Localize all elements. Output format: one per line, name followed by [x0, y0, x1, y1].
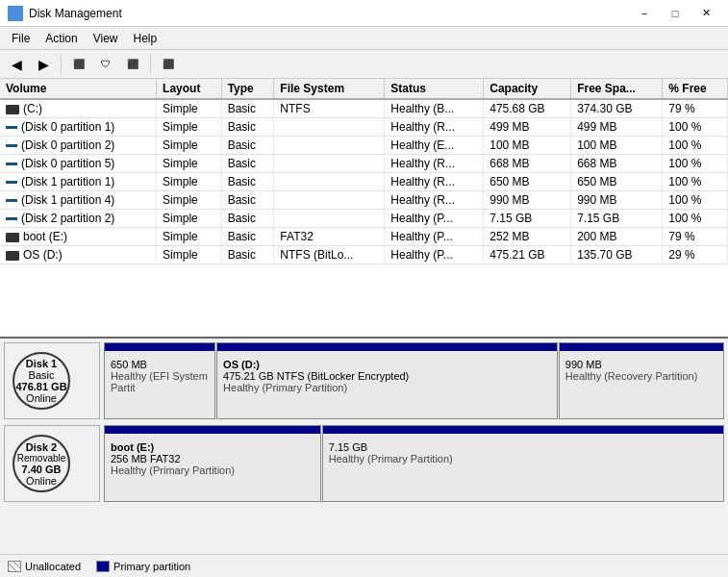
menu-view[interactable]: View — [86, 30, 126, 47]
disk1-part3-content: 990 MB Healthy (Recovery Partition) — [565, 359, 717, 382]
cell-capacity: 499 MB — [484, 118, 571, 137]
dash-icon — [6, 163, 17, 165]
disk1-size: 476.81 GB — [15, 381, 66, 392]
cell-status: Healthy (P... — [385, 246, 484, 264]
toolbar-btn-3[interactable]: ⬛ — [120, 53, 145, 76]
disk1-label: Disk 1 Basic 476.81 GB Online — [4, 342, 100, 419]
dash-icon — [6, 217, 17, 220]
cell-layout: Simple — [157, 118, 222, 137]
cell-volume: (Disk 1 partition 1) — [0, 173, 157, 191]
main-content: Volume Layout Type File System Status Ca… — [0, 79, 728, 577]
maximize-button[interactable]: □ — [661, 4, 690, 23]
toolbar-btn-1[interactable]: ⬛ — [66, 53, 91, 76]
forward-button[interactable]: ▶ — [31, 53, 56, 76]
cell-status: Healthy (R... — [385, 118, 484, 137]
cell-filesystem — [274, 191, 385, 210]
cell-layout: Simple — [157, 155, 222, 173]
disk2-status: Online — [26, 475, 57, 487]
disk2-label: Disk 2 Removable 7.40 GB Online — [4, 425, 100, 502]
dash-icon — [6, 181, 17, 184]
disk2-icon: Disk 2 Removable 7.40 GB Online — [13, 435, 70, 492]
cell-free: 668 MB — [571, 155, 663, 173]
cell-volume: (Disk 0 partition 1) — [0, 118, 157, 137]
cell-filesystem: NTFS — [274, 99, 385, 118]
disk2-part1-bar — [105, 426, 320, 434]
cell-pctfree: 79 % — [663, 228, 728, 246]
disk2-sublabel: Removable — [17, 453, 66, 464]
col-status[interactable]: Status — [385, 79, 484, 99]
dash-icon — [6, 126, 17, 129]
col-free[interactable]: Free Spa... — [571, 79, 663, 99]
disk1-part1[interactable]: 650 MB Healthy (EFI System Partit — [104, 342, 215, 419]
table-row[interactable]: OS (D:) Simple Basic NTFS (BitLo... Heal… — [0, 246, 728, 264]
col-pctfree[interactable]: % Free — [663, 79, 728, 99]
cell-capacity: 7.15 GB — [484, 210, 571, 228]
toolbar: ◀ ▶ ⬛ 🛡 ⬛ ⬛ — [0, 50, 728, 79]
menu-help[interactable]: Help — [126, 30, 165, 47]
disk1-part2-name: OS (D:) — [223, 359, 551, 370]
disk1-part3[interactable]: 990 MB Healthy (Recovery Partition) — [559, 342, 724, 419]
legend-unallocated: Unallocated — [8, 561, 81, 572]
table-row[interactable]: boot (E:) Simple Basic FAT32 Healthy (P.… — [0, 228, 728, 246]
cell-layout: Simple — [157, 99, 222, 118]
col-capacity[interactable]: Capacity — [484, 79, 571, 99]
disk1-part2-content: OS (D:) 475.21 GB NTFS (BitLocker Encryp… — [223, 359, 551, 393]
cell-type: Basic — [221, 99, 274, 118]
legend-unallocated-label: Unallocated — [25, 561, 81, 572]
table-row[interactable]: (Disk 1 partition 1) Simple Basic Health… — [0, 173, 728, 191]
cell-layout: Simple — [157, 246, 222, 264]
cell-volume: (Disk 0 partition 2) — [0, 137, 157, 155]
cell-free: 100 MB — [571, 137, 663, 155]
cell-capacity: 252 MB — [484, 228, 571, 246]
toolbar-btn-4[interactable]: ⬛ — [156, 53, 181, 76]
disk2-part2-status: Healthy (Primary Partition) — [329, 453, 717, 464]
col-volume[interactable]: Volume — [0, 79, 157, 99]
table-row[interactable]: (Disk 0 partition 1) Simple Basic Health… — [0, 118, 728, 137]
cell-status: Healthy (R... — [385, 191, 484, 210]
cell-pctfree: 100 % — [663, 173, 728, 191]
disk2-part1[interactable]: boot (E:) 256 MB FAT32 Healthy (Primary … — [104, 425, 321, 502]
close-button[interactable]: ✕ — [691, 4, 720, 23]
cell-capacity: 668 MB — [484, 155, 571, 173]
cell-capacity: 475.21 GB — [484, 246, 571, 264]
title-bar: Disk Management − □ ✕ — [0, 0, 728, 27]
disk1-part2[interactable]: OS (D:) 475.21 GB NTFS (BitLocker Encryp… — [216, 342, 558, 419]
disk2-part2-size: 7.15 GB — [329, 441, 717, 453]
toolbar-btn-2[interactable]: 🛡 — [93, 53, 118, 76]
disk2-part1-detail: 256 MB FAT32 — [111, 453, 314, 464]
disk1-part1-status: Healthy (EFI System Partit — [111, 370, 209, 393]
disk1-part3-status: Healthy (Recovery Partition) — [565, 370, 717, 382]
table-row[interactable]: (Disk 1 partition 4) Simple Basic Health… — [0, 191, 728, 210]
cell-pctfree: 100 % — [663, 191, 728, 210]
menu-bar: File Action View Help — [0, 27, 728, 50]
cell-capacity: 650 MB — [484, 173, 571, 191]
table-row[interactable]: (Disk 2 partition 2) Simple Basic Health… — [0, 210, 728, 228]
col-filesystem[interactable]: File System — [274, 79, 385, 99]
cell-type: Basic — [221, 210, 274, 228]
table-row[interactable]: (C:) Simple Basic NTFS Healthy (B... 475… — [0, 99, 728, 118]
menu-action[interactable]: Action — [38, 30, 85, 47]
table-row[interactable]: (Disk 0 partition 2) Simple Basic Health… — [0, 137, 728, 155]
disk1-part1-bar — [105, 343, 214, 351]
back-button[interactable]: ◀ — [4, 53, 29, 76]
legend-primary: Primary partition — [96, 561, 190, 572]
col-type[interactable]: Type — [221, 79, 274, 99]
table-row[interactable]: (Disk 0 partition 5) Simple Basic Health… — [0, 155, 728, 173]
disk2-partitions: boot (E:) 256 MB FAT32 Healthy (Primary … — [104, 425, 724, 502]
window-title: Disk Management — [29, 7, 122, 20]
toolbar-separator-1 — [61, 55, 62, 74]
cell-type: Basic — [221, 137, 274, 155]
disk2-part2[interactable]: 7.15 GB Healthy (Primary Partition) — [322, 425, 724, 502]
menu-file[interactable]: File — [4, 30, 38, 47]
cell-free: 499 MB — [571, 118, 663, 137]
minimize-button[interactable]: − — [630, 4, 659, 23]
col-layout[interactable]: Layout — [157, 79, 222, 99]
cell-capacity: 475.68 GB — [484, 99, 571, 118]
cell-type: Basic — [221, 118, 274, 137]
cell-filesystem — [274, 155, 385, 173]
cell-pctfree: 100 % — [663, 137, 728, 155]
cell-filesystem — [274, 137, 385, 155]
disk1-part3-bar — [560, 343, 723, 351]
cell-type: Basic — [221, 173, 274, 191]
disk1-part2-detail: 475.21 GB NTFS (BitLocker Encrypted) — [223, 370, 551, 382]
